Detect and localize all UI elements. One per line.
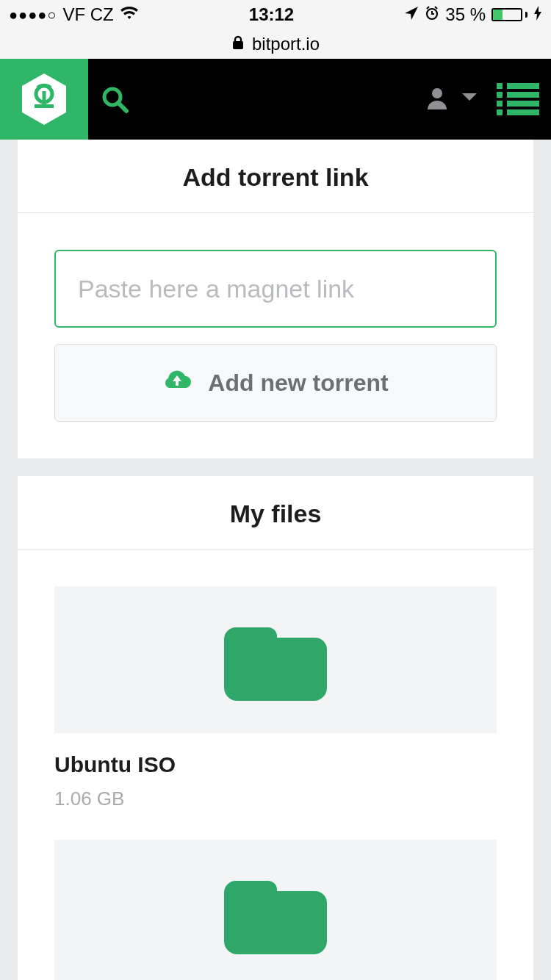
svg-line-7 [118, 103, 126, 111]
battery-percent: 35 % [445, 4, 486, 25]
url-text: bitport.io [252, 34, 320, 54]
charging-icon [533, 4, 542, 25]
svg-rect-14 [507, 101, 539, 107]
file-size: 1.06 GB [54, 788, 497, 810]
app-header [0, 59, 551, 140]
page-content: Add torrent link Add new torrent My file… [0, 140, 551, 980]
my-files-title: My files [18, 476, 533, 550]
file-thumbnail [54, 586, 497, 733]
file-item[interactable]: Ubuntu ISO 1.06 GB [54, 586, 497, 810]
file-thumbnail [54, 840, 497, 980]
user-menu[interactable] [426, 59, 485, 140]
folder-icon [224, 868, 327, 959]
status-right: 35 % [404, 4, 542, 25]
user-icon [426, 86, 448, 112]
add-torrent-title: Add torrent link [18, 140, 533, 213]
chevron-down-icon [461, 93, 478, 106]
wifi-icon [120, 4, 139, 25]
svg-rect-12 [507, 92, 539, 98]
browser-url-bar[interactable]: bitport.io [0, 29, 551, 59]
search-button[interactable] [88, 59, 141, 140]
app-logo[interactable] [0, 59, 88, 140]
lock-icon [231, 35, 245, 54]
alarm-icon [425, 4, 439, 25]
folder-icon [224, 614, 327, 705]
my-files-card: My files Ubuntu ISO 1.06 GB [18, 476, 533, 980]
svg-rect-13 [497, 101, 503, 107]
svg-rect-11 [497, 92, 503, 98]
status-bar: ●●●●○ VF CZ 13:12 35 % [0, 0, 551, 29]
svg-rect-15 [497, 109, 503, 115]
carrier-label: VF CZ [62, 4, 113, 25]
add-torrent-button[interactable]: Add new torrent [54, 344, 497, 422]
file-name: Ubuntu ISO [54, 752, 497, 777]
svg-rect-5 [35, 104, 54, 108]
location-icon [404, 4, 419, 25]
add-torrent-button-label: Add new torrent [208, 370, 388, 397]
cloud-upload-icon [162, 369, 192, 397]
svg-rect-9 [497, 83, 503, 89]
battery-icon [491, 8, 527, 21]
status-left: ●●●●○ VF CZ [9, 4, 139, 25]
file-item[interactable] [54, 840, 497, 980]
signal-strength-icon: ●●●●○ [9, 7, 57, 24]
add-torrent-card: Add torrent link Add new torrent [18, 140, 533, 458]
svg-rect-16 [507, 109, 539, 115]
list-view-button[interactable] [485, 59, 551, 140]
svg-rect-1 [233, 41, 243, 49]
svg-rect-10 [507, 83, 539, 89]
magnet-link-input[interactable] [54, 250, 497, 328]
svg-point-8 [432, 88, 442, 98]
clock: 13:12 [249, 4, 294, 25]
